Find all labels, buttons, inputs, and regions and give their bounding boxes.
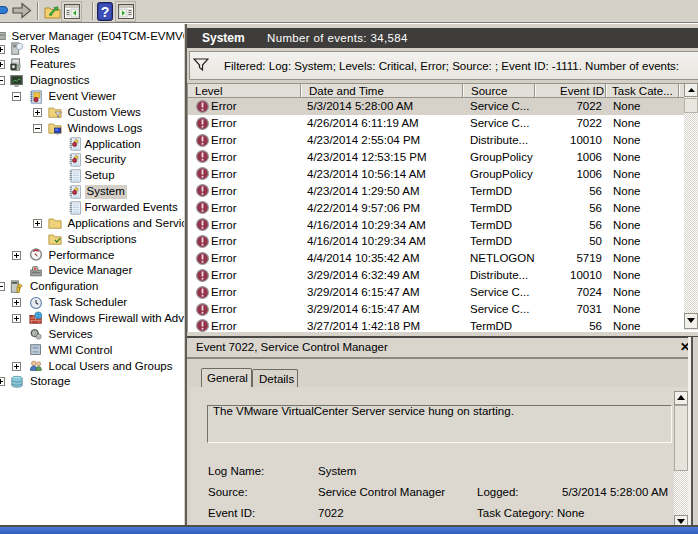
svg-text:?: ? [101,4,110,20]
